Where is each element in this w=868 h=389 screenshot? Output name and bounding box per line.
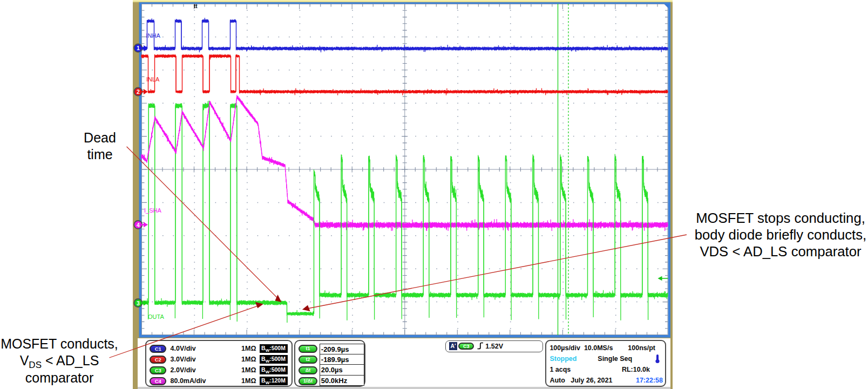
svg-text:INLA: INLA: [146, 76, 160, 83]
svg-text:4: 4: [137, 222, 140, 228]
svg-text:OUTA: OUTA: [148, 313, 164, 320]
svg-text:tt: tt: [194, 3, 198, 9]
svg-text:1: 1: [137, 45, 140, 51]
svg-text:INHA: INHA: [146, 32, 161, 39]
svg-text:3: 3: [137, 300, 140, 306]
svg-text:2: 2: [137, 88, 140, 95]
svg-text:I_SHA: I_SHA: [144, 207, 161, 214]
